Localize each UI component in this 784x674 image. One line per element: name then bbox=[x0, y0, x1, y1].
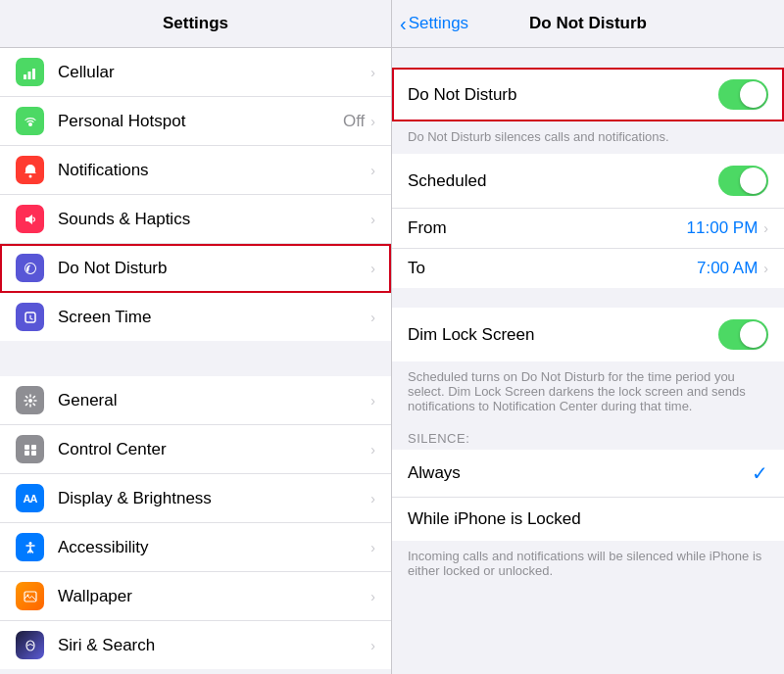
control-label: Control Center bbox=[58, 440, 370, 459]
svg-rect-9 bbox=[24, 451, 29, 456]
siri-icon bbox=[16, 631, 44, 659]
sidebar-item-display[interactable]: AA Display & Brightness › bbox=[0, 474, 391, 523]
sounds-label: Sounds & Haptics bbox=[58, 210, 370, 229]
display-label: Display & Brightness bbox=[58, 489, 370, 508]
siri-chevron: › bbox=[370, 638, 375, 653]
cellular-label: Cellular bbox=[58, 63, 370, 82]
scheduled-label: Scheduled bbox=[408, 171, 718, 191]
cellular-icon bbox=[16, 58, 44, 86]
sidebar-item-sounds[interactable]: Sounds & Haptics › bbox=[0, 195, 391, 244]
display-chevron: › bbox=[370, 491, 375, 506]
dim-lockscreen-row[interactable]: Dim Lock Screen bbox=[392, 308, 784, 361]
silence-always-label: Always bbox=[408, 463, 752, 483]
sounds-icon bbox=[16, 205, 44, 233]
control-icon bbox=[16, 435, 44, 463]
back-button[interactable]: ‹ Settings bbox=[400, 13, 468, 35]
scheduled-toggle[interactable] bbox=[718, 166, 768, 196]
dnd-toggle[interactable] bbox=[718, 79, 768, 110]
settings-list-top: Cellular › Personal Hotspot Off › Notifi… bbox=[0, 48, 391, 341]
section-separator-1 bbox=[0, 341, 391, 376]
scheduled-row[interactable]: Scheduled bbox=[392, 154, 784, 209]
dnd-toggle-row[interactable]: Do Not Disturb bbox=[392, 68, 784, 121]
from-chevron-icon: › bbox=[763, 220, 768, 236]
cellular-chevron: › bbox=[370, 65, 375, 80]
general-chevron: › bbox=[370, 393, 375, 409]
svg-rect-2 bbox=[32, 69, 35, 79]
sidebar-item-control[interactable]: Control Center › bbox=[0, 425, 391, 474]
checkmark-icon: ✓ bbox=[752, 461, 768, 485]
svg-rect-10 bbox=[31, 451, 36, 456]
sidebar-item-dnd[interactable]: Do Not Disturb › bbox=[0, 244, 391, 293]
svg-rect-7 bbox=[24, 445, 29, 450]
notifications-label: Notifications bbox=[58, 161, 370, 180]
to-chevron-icon: › bbox=[763, 261, 768, 276]
dnd-toggle-knob bbox=[740, 81, 766, 108]
sidebar-item-screentime[interactable]: Screen Time › bbox=[0, 293, 391, 341]
sidebar-item-wallpaper[interactable]: Wallpaper › bbox=[0, 572, 391, 621]
notifications-chevron: › bbox=[370, 163, 375, 178]
right-content: Do Not Disturb Do Not Disturb silences c… bbox=[392, 48, 784, 674]
from-row[interactable]: From 11:00 PM › bbox=[392, 209, 784, 249]
silence-always-row[interactable]: Always ✓ bbox=[392, 450, 784, 498]
sidebar-item-general[interactable]: General › bbox=[0, 376, 391, 425]
screentime-icon bbox=[16, 303, 44, 331]
sidebar-item-notifications[interactable]: Notifications › bbox=[0, 146, 391, 195]
dim-lockscreen-label: Dim Lock Screen bbox=[408, 325, 718, 345]
dnd-label: Do Not Disturb bbox=[58, 259, 370, 278]
sounds-chevron: › bbox=[370, 212, 375, 227]
left-panel: Settings Cellular › Personal Hotspot Off… bbox=[0, 0, 392, 674]
sidebar-item-accessibility[interactable]: Accessibility › bbox=[0, 523, 391, 572]
silence-locked-description: Incoming calls and notifications will be… bbox=[392, 541, 784, 588]
silence-locked-row[interactable]: While iPhone is Locked bbox=[392, 498, 784, 541]
from-label: From bbox=[408, 218, 466, 238]
svg-rect-1 bbox=[27, 72, 30, 79]
accessibility-chevron: › bbox=[370, 540, 375, 555]
sidebar-item-siri[interactable]: Siri & Search › bbox=[0, 621, 391, 669]
siri-label: Siri & Search bbox=[58, 636, 370, 655]
scheduled-description: Scheduled turns on Do Not Disturb for th… bbox=[392, 361, 784, 423]
silence-header: SILENCE: bbox=[392, 423, 784, 450]
hotspot-chevron: › bbox=[370, 114, 375, 129]
sidebar-item-hotspot[interactable]: Personal Hotspot Off › bbox=[0, 97, 391, 146]
back-label: Settings bbox=[409, 14, 468, 33]
dim-toggle[interactable] bbox=[718, 319, 768, 350]
screentime-label: Screen Time bbox=[58, 308, 370, 327]
settings-list-bottom: General › Control Center › AA Display & … bbox=[0, 376, 391, 669]
to-label: To bbox=[408, 259, 466, 278]
dim-toggle-knob bbox=[740, 321, 766, 348]
dnd-chevron: › bbox=[370, 261, 375, 276]
svg-point-11 bbox=[28, 542, 31, 545]
accessibility-label: Accessibility bbox=[58, 538, 370, 557]
general-label: General bbox=[58, 391, 370, 410]
dnd-icon bbox=[16, 254, 44, 282]
right-panel: ‹ Settings Do Not Disturb Do Not Disturb… bbox=[392, 0, 784, 674]
sidebar-item-cellular[interactable]: Cellular › bbox=[0, 48, 391, 97]
screentime-chevron: › bbox=[370, 310, 375, 325]
hotspot-label: Personal Hotspot bbox=[58, 112, 343, 131]
svg-point-6 bbox=[28, 399, 32, 403]
hotspot-value: Off bbox=[343, 112, 365, 131]
right-header: ‹ Settings Do Not Disturb bbox=[392, 0, 784, 48]
left-header-title: Settings bbox=[163, 14, 228, 32]
silence-locked-label: While iPhone is Locked bbox=[408, 509, 581, 528]
wallpaper-chevron: › bbox=[370, 589, 375, 604]
scheduled-toggle-knob bbox=[740, 168, 766, 194]
general-icon bbox=[16, 386, 44, 414]
control-chevron: › bbox=[370, 442, 375, 457]
to-value: 7:00 AM bbox=[697, 259, 758, 278]
right-header-title: Do Not Disturb bbox=[529, 14, 647, 33]
back-chevron-icon: ‹ bbox=[400, 13, 407, 35]
hotspot-icon bbox=[16, 107, 44, 135]
from-value: 11:00 PM bbox=[687, 218, 759, 238]
left-header: Settings bbox=[0, 0, 391, 48]
svg-point-4 bbox=[28, 174, 31, 177]
dnd-description: Do Not Disturb silences calls and notifi… bbox=[392, 121, 784, 154]
svg-rect-8 bbox=[31, 445, 36, 450]
accessibility-icon bbox=[16, 533, 44, 561]
dnd-toggle-label: Do Not Disturb bbox=[408, 85, 718, 105]
to-row[interactable]: To 7:00 AM › bbox=[392, 249, 784, 288]
display-icon: AA bbox=[16, 484, 44, 512]
notifications-icon bbox=[16, 156, 44, 184]
svg-rect-0 bbox=[24, 74, 26, 79]
svg-point-3 bbox=[28, 122, 32, 126]
